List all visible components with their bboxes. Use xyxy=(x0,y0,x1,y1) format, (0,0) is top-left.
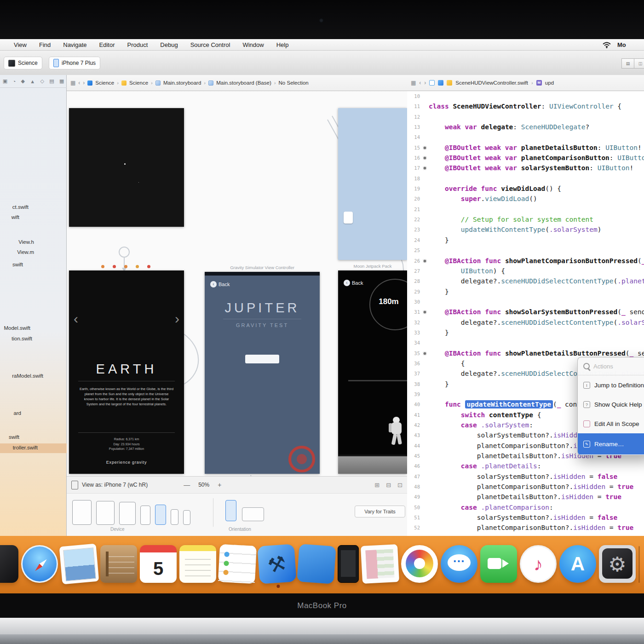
dock-calendar-icon[interactable]: 5 xyxy=(140,545,177,583)
menu-item-navigate[interactable]: Navigate xyxy=(63,41,86,48)
code-line[interactable]: 46 case .planetDetails: xyxy=(407,461,644,471)
code-line[interactable]: 10 xyxy=(407,91,644,101)
breadcrumb-symbol[interactable]: upd xyxy=(545,80,554,86)
device-iphone-se[interactable] xyxy=(183,510,190,525)
code-line[interactable]: 50 case .planetComparison: xyxy=(407,502,644,512)
align-icon[interactable]: ⊟ xyxy=(386,482,391,489)
code-line[interactable]: 12 xyxy=(407,112,644,122)
menu-item-editor[interactable]: Editor xyxy=(99,41,115,48)
code-line[interactable]: 18 xyxy=(407,173,644,184)
zoom-out-button[interactable]: — xyxy=(179,481,195,489)
code-line[interactable]: 23 updateWithContentType(.solarSystem) xyxy=(407,224,644,235)
navigator-file[interactable]: wift xyxy=(0,213,67,223)
code-line[interactable]: 14 xyxy=(407,132,644,142)
menu-clock[interactable]: Mo xyxy=(617,41,626,48)
dock-contacts-icon[interactable] xyxy=(100,545,137,583)
scene-jupiter[interactable]: ‹ Back JUPITER GRAVITY TEST xyxy=(205,272,320,474)
zoom-in-button[interactable]: + xyxy=(213,481,226,489)
storyboard-crumb[interactable]: Main.storyboard (Base) xyxy=(216,80,271,86)
view-as-button[interactable]: View as: iPhone 7 (wC hR) xyxy=(82,482,148,488)
jupiter-center-button[interactable] xyxy=(245,355,279,363)
project-navigator-icon[interactable]: ▣ xyxy=(3,78,7,84)
menu-item-help[interactable]: Help xyxy=(276,41,289,48)
code-line[interactable]: 48 planetComparisonButton?.isHidden = tr… xyxy=(407,482,644,492)
device-config-icon[interactable] xyxy=(71,481,78,489)
standard-editor-button[interactable]: ▤ xyxy=(621,58,634,69)
menu-item-window[interactable]: Window xyxy=(242,41,264,48)
code-line[interactable]: 15 @IBOutlet weak var planetDetailsButto… xyxy=(407,143,644,153)
test-navigator-icon[interactable]: ◇ xyxy=(40,78,44,84)
navigator-file[interactable]: ard xyxy=(0,409,67,419)
navigator-file[interactable]: View.h xyxy=(0,238,67,247)
dock-system-preferences-icon[interactable]: ⚙ xyxy=(599,545,636,583)
code-line[interactable]: 13 weak var delegate: SceneHUDDelegate? xyxy=(407,122,644,132)
orientation-landscape[interactable] xyxy=(242,507,264,521)
scene-moon-jetpack[interactable]: ‹ Back 180m xyxy=(338,270,407,474)
vary-for-traits-button[interactable]: Vary for Traits xyxy=(355,506,405,518)
find-navigator-icon[interactable]: ◆ xyxy=(21,78,24,84)
update-frames-icon[interactable]: ⊞ xyxy=(374,482,380,489)
run-destination-selector[interactable]: iPhone 7 Plus xyxy=(49,57,100,69)
dock-news-icon[interactable] xyxy=(361,544,399,584)
device-iphone-selected[interactable] xyxy=(155,505,166,525)
navigator-file[interactable]: View.m xyxy=(0,248,67,258)
debug-navigator-icon[interactable]: ▤ xyxy=(49,78,54,84)
storyboard-crumb[interactable]: Science xyxy=(129,80,148,86)
storyboard-crumb[interactable]: No Selection xyxy=(279,80,309,86)
navigator-file[interactable]: raModel.swift xyxy=(0,372,67,381)
code-line[interactable]: 32 delegate?.sceneHUDDidSelectContentTyp… xyxy=(407,317,644,328)
dock-notes-icon[interactable] xyxy=(179,545,216,583)
dock-safari-icon[interactable] xyxy=(21,545,58,583)
source-code[interactable]: 1011class SceneHUDViewController: UIView… xyxy=(407,91,644,536)
issue-navigator-icon[interactable]: ▲ xyxy=(30,79,35,84)
code-line[interactable]: 24 } xyxy=(407,235,644,245)
scene-solar-system[interactable] xyxy=(338,108,407,260)
gravity-record-button[interactable] xyxy=(288,446,315,472)
action-item-edit-all-in-scope[interactable]: Edit All in Scope xyxy=(578,414,644,433)
symbol-navigator-icon[interactable]: ◔ xyxy=(12,79,16,84)
assistant-editor-button[interactable]: ◫ xyxy=(634,58,644,69)
code-line[interactable]: 29 } xyxy=(407,287,644,297)
code-line[interactable]: 30 xyxy=(407,297,644,307)
back-icon[interactable]: ‹ xyxy=(419,80,421,86)
action-search-row[interactable]: Actions xyxy=(578,357,644,375)
forward-icon[interactable]: › xyxy=(83,80,85,86)
dock-app-store-icon[interactable]: A xyxy=(559,545,596,583)
navigator-file[interactable]: tion.swift xyxy=(0,334,67,344)
back-button[interactable]: ‹ Back xyxy=(210,281,230,288)
dock-blue-app-icon[interactable] xyxy=(297,544,336,584)
code-line[interactable]: 17 @IBOutlet weak var solarSystemButton:… xyxy=(407,163,644,173)
menu-item-product[interactable]: Product xyxy=(127,41,148,48)
code-line[interactable]: 52 planetComparisonButton?.isHidden = tr… xyxy=(407,523,644,533)
dock-facetime-icon[interactable] xyxy=(480,545,517,583)
navigator-file[interactable]: swift xyxy=(0,433,67,443)
device-ipad-large[interactable] xyxy=(72,500,92,525)
device-ipad[interactable] xyxy=(96,501,115,525)
storyboard-crumb[interactable]: Main.storyboard xyxy=(163,80,201,86)
related-items-icon[interactable]: ▦ xyxy=(70,80,75,86)
menu-item-find[interactable]: Find xyxy=(39,41,51,48)
dock-messages-icon[interactable]: ··· xyxy=(441,545,477,583)
action-item-show-quick-help[interactable]: ?Show Quick Help xyxy=(578,395,644,414)
navigator-file[interactable]: Model.swift xyxy=(0,324,67,334)
previous-planet-chevron[interactable]: ‹ xyxy=(74,311,78,327)
code-line[interactable]: 26 @IBAction func showPlanetComparisonBu… xyxy=(407,256,644,266)
menu-item-source-control[interactable]: Source Control xyxy=(190,41,230,48)
code-line[interactable]: 27 UIButton) { xyxy=(407,266,644,276)
action-item-jump-to-definition[interactable]: IJump to Definition xyxy=(578,375,644,395)
breakpoint-navigator-icon[interactable]: ▦ xyxy=(59,78,64,84)
back-button[interactable]: ‹ Back xyxy=(344,280,363,286)
code-line[interactable]: 47 solarSystemButton?.isHidden = false xyxy=(407,472,644,482)
orientation-portrait[interactable] xyxy=(225,500,236,521)
back-icon[interactable]: ‹ xyxy=(78,80,80,86)
storyboard-crumb[interactable]: Science xyxy=(95,80,114,86)
navigator-file[interactable]: swift xyxy=(0,260,67,270)
code-line[interactable]: 11class SceneHUDViewController: UIViewCo… xyxy=(407,101,644,111)
navigator-file-selected[interactable]: troller.swift xyxy=(0,443,67,453)
scene-earth[interactable]: ‹ › EARTH Earth, otherwise known as the … xyxy=(69,270,184,474)
wifi-icon[interactable] xyxy=(603,42,611,48)
dock-itunes-icon[interactable]: ♪ xyxy=(520,545,557,583)
code-line[interactable]: 49 planetDetailsButton?.isHidden = true xyxy=(407,492,644,502)
action-item-rename[interactable]: ✎Rename… xyxy=(578,433,644,454)
menu-item-view[interactable]: View xyxy=(14,41,27,48)
